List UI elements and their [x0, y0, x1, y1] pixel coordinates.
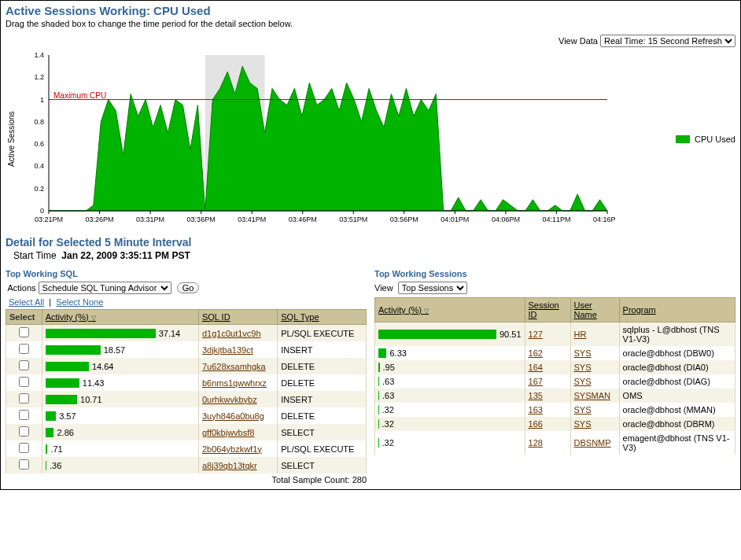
table-row: 90.51127HRsqlplus - L@dbhost (TNS V1-V3) [375, 322, 735, 347]
sqlid-link[interactable]: 7u628xsamhgka [202, 362, 266, 371]
activity-bar: .32 [378, 419, 522, 429]
sql-type: INSERT [278, 391, 367, 407]
col-sess-activity[interactable]: Activity (%) ▽ [375, 298, 525, 322]
table-row: .63135SYSMANOMS [375, 389, 735, 403]
svg-text:0.2: 0.2 [34, 185, 44, 193]
activity-bar: 11.43 [46, 378, 195, 388]
top-sessions-table: Activity (%) ▽ Session ID User Name Prog… [374, 297, 735, 455]
col-sqltype[interactable]: SQL Type [278, 310, 367, 325]
activity-bar: 3.57 [46, 411, 195, 421]
sql-type: DELETE [278, 358, 367, 374]
user-name-link[interactable]: SYS [574, 419, 592, 429]
sqlid-link[interactable]: 0urhkwvkbybz [202, 395, 257, 404]
sqlid-link[interactable]: 3djkjtba139ct [202, 345, 253, 355]
sqlid-link[interactable]: b6nms1qwwhrxz [202, 378, 267, 388]
svg-text:03:31PM: 03:31PM [136, 216, 164, 223]
table-row: .32128DBSNMPemagent@dbhost (TNS V1-V3) [375, 431, 735, 455]
session-id-link[interactable]: 128 [529, 438, 543, 448]
session-id-link[interactable]: 163 [529, 405, 543, 414]
select-all-link[interactable]: Select All [9, 297, 44, 307]
sqlid-link[interactable]: a8j39qb13tqkr [202, 461, 257, 470]
sqlid-link[interactable]: d1g1c0ut1vc9h [202, 329, 261, 338]
activity-bar: .32 [378, 438, 522, 448]
user-name-link[interactable]: SYS [574, 405, 592, 414]
sort-desc-icon: ▽ [91, 315, 96, 322]
legend-label-cpu: CPU Used [695, 134, 735, 144]
row-select-checkbox[interactable] [19, 459, 29, 470]
col-user-name[interactable]: User Name [570, 298, 619, 322]
session-id-link[interactable]: 164 [529, 363, 543, 372]
max-cpu-label: Maximum CPU [53, 91, 106, 100]
activity-bar: 10.71 [46, 395, 195, 404]
table-row: .95164SYSoracle@dbhost (DIA0) [375, 360, 735, 374]
legend-swatch-cpu [676, 135, 690, 143]
user-name-link[interactable]: SYS [574, 348, 592, 358]
view-data-select[interactable]: Real Time: 15 Second Refresh [600, 35, 735, 47]
table-row: 3.573uyh846a0bu8gDELETE [6, 407, 367, 424]
table-row: .32163SYSoracle@dbhost (MMAN) [375, 403, 735, 417]
drag-hint: Drag the shaded box to change the time p… [6, 19, 735, 28]
activity-bar: .71 [46, 444, 195, 454]
row-select-checkbox[interactable] [19, 443, 29, 453]
activity-bar: 18.57 [46, 345, 195, 355]
program-name: emagent@dbhost (TNS V1-V3) [619, 431, 735, 455]
row-select-checkbox[interactable] [19, 393, 29, 403]
user-name-link[interactable]: HR [574, 330, 587, 339]
svg-text:04:11PM: 04:11PM [542, 216, 570, 223]
svg-text:03:51PM: 03:51PM [339, 216, 367, 223]
col-program[interactable]: Program [619, 298, 735, 322]
active-sessions-chart[interactable]: 00.20.40.60.811.21.4Maximum CPU03:21PM03… [17, 49, 615, 230]
user-name-link[interactable]: SYS [574, 377, 592, 386]
go-button[interactable]: Go [177, 282, 200, 293]
session-id-link[interactable]: 167 [529, 377, 543, 386]
sql-type: DELETE [278, 374, 367, 391]
start-time-value: Jan 22, 2009 3:35:11 PM PST [61, 250, 190, 261]
row-select-checkbox[interactable] [19, 426, 29, 437]
chart-legend: CPU Used [676, 49, 735, 230]
col-activity[interactable]: Activity (%) ▽ [42, 310, 198, 325]
row-select-checkbox[interactable] [19, 410, 29, 420]
row-select-checkbox[interactable] [19, 377, 29, 387]
table-row: 2.86gff0kbjwvbsf8SELECT [6, 424, 367, 440]
user-name-link[interactable]: DBSNMP [574, 438, 611, 448]
table-row: 11.43b6nms1qwwhrxzDELETE [6, 374, 367, 391]
actions-select[interactable]: Schedule SQL Tuning Advisor [39, 282, 171, 294]
select-none-link[interactable]: Select None [56, 297, 103, 307]
svg-text:03:26PM: 03:26PM [86, 216, 114, 223]
col-session-id[interactable]: Session ID [525, 298, 570, 322]
session-id-link[interactable]: 166 [529, 419, 543, 429]
row-select-checkbox[interactable] [19, 327, 29, 337]
user-name-link[interactable]: SYS [574, 363, 592, 372]
activity-bar: 37.14 [46, 329, 195, 338]
session-id-link[interactable]: 162 [529, 348, 543, 358]
sql-type: SELECT [278, 457, 367, 473]
activity-bar: .36 [46, 461, 195, 470]
sql-type: DELETE [278, 407, 367, 424]
program-name: oracle@dbhost (DIA0) [619, 360, 735, 374]
svg-text:04:06PM: 04:06PM [492, 216, 520, 223]
session-id-link[interactable]: 135 [529, 391, 543, 400]
table-row: 6.33162SYSoracle@dbhost (DBW0) [375, 346, 735, 360]
activity-bar: 2.86 [46, 428, 195, 437]
svg-text:0.8: 0.8 [34, 118, 44, 126]
detail-title: Detail for Selected 5 Minute Interval [6, 236, 735, 249]
sqlid-link[interactable]: 3uyh846a0bu8g [202, 411, 264, 421]
area-cpu-used [49, 66, 607, 211]
col-sqlid[interactable]: SQL ID [198, 310, 277, 325]
sqlid-link[interactable]: 2b064ybzkwf1y [202, 444, 262, 454]
sessions-view-select[interactable]: Top Sessions [398, 282, 467, 294]
row-select-checkbox[interactable] [19, 344, 29, 354]
activity-bar: .63 [378, 377, 522, 386]
activity-bar: .95 [378, 363, 522, 372]
col-select: Select [6, 310, 42, 325]
user-name-link[interactable]: SYSMAN [574, 391, 610, 400]
sqlid-link[interactable]: gff0kbjwvbsf8 [202, 428, 254, 437]
sessions-view-label: View [374, 283, 393, 293]
row-select-checkbox[interactable] [19, 360, 29, 370]
table-row: .63167SYSoracle@dbhost (DIAG) [375, 374, 735, 389]
session-id-link[interactable]: 127 [529, 330, 543, 339]
top-sql-table: Select Activity (%) ▽ SQL ID SQL Type 37… [6, 309, 367, 473]
activity-bar: 14.64 [46, 362, 195, 371]
program-name: oracle@dbhost (MMAN) [619, 403, 735, 417]
svg-text:04:16PM: 04:16PM [593, 216, 615, 223]
